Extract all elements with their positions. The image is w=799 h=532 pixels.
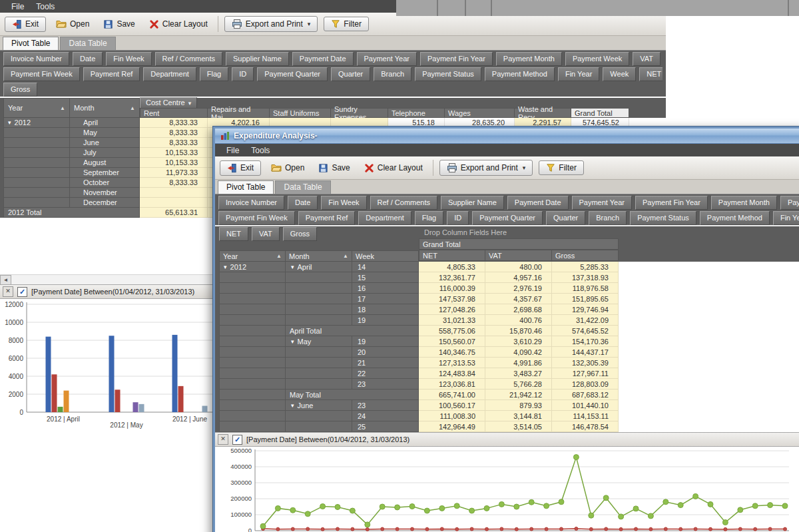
year-cell[interactable] [219, 390, 286, 400]
month-cell[interactable] [286, 411, 352, 421]
field-button-gross[interactable]: Gross [283, 227, 317, 241]
field-button-cost-centre[interactable]: Cost Centre ▾ [140, 97, 197, 109]
menu-tools[interactable]: Tools [245, 145, 276, 156]
field-button-department[interactable]: Department [143, 67, 196, 81]
year-cell[interactable] [219, 294, 286, 304]
menu-file[interactable]: File [5, 1, 30, 12]
field-button-payment-status[interactable]: Payment Status [630, 211, 696, 225]
field-button-date[interactable]: Date [73, 52, 103, 66]
export-print-button[interactable]: Export and Print ▾ [439, 160, 533, 176]
filter-close-button[interactable]: ✕ [3, 286, 13, 297]
month-cell[interactable] [286, 368, 352, 379]
year-cell[interactable] [3, 188, 70, 198]
year-cell[interactable] [219, 400, 286, 411]
month-cell[interactable] [286, 379, 352, 390]
field-button-quarter[interactable]: Quarter [331, 67, 370, 81]
week-cell[interactable]: 18 [352, 304, 419, 315]
title-bar[interactable]: Expenditure Analysis- [215, 129, 799, 144]
total-label-cell[interactable]: April Total [286, 326, 419, 336]
field-button-vat[interactable]: VAT [633, 52, 661, 66]
menu-tools[interactable]: Tools [30, 1, 61, 12]
save-button[interactable]: Save [314, 161, 354, 175]
tab-pivot-table[interactable]: Pivot Table [3, 37, 59, 50]
field-button-payment-fin-week[interactable]: Payment Fin Week [3, 67, 80, 81]
year-cell[interactable]: ▾2012 [219, 262, 286, 272]
export-print-button[interactable]: Export and Print ▾ [224, 16, 318, 32]
year-cell[interactable] [3, 198, 70, 208]
row-header-month[interactable]: Month ▲ [286, 250, 352, 262]
field-button-id[interactable]: ID [232, 67, 254, 81]
tab-data-table[interactable]: Data Table [60, 37, 115, 50]
month-cell[interactable]: ▾May [286, 336, 352, 347]
field-button-payment-date[interactable]: Payment Date [292, 52, 354, 66]
week-cell[interactable]: 17 [352, 294, 419, 304]
field-button-branch[interactable]: Branch [589, 211, 627, 225]
field-button-payment-quarter[interactable]: Payment Quarter [257, 67, 328, 81]
year-cell[interactable] [219, 411, 286, 421]
field-button-payment-month[interactable]: Payment Month [496, 52, 562, 66]
month-cell[interactable] [286, 358, 352, 368]
column-header-net[interactable]: NET [419, 250, 485, 261]
year-cell[interactable]: ▾2012 [3, 118, 70, 128]
tab-data-table[interactable]: Data Table [275, 180, 330, 194]
field-button-payment-ref[interactable]: Payment Ref [83, 67, 140, 81]
column-header-staff-uniforms[interactable]: Staff Uniforms [270, 108, 331, 118]
filter-button[interactable]: Filter [324, 17, 369, 31]
open-button[interactable]: Open [52, 17, 93, 31]
column-header-rent[interactable]: Rent [140, 108, 208, 118]
week-cell[interactable]: 25 [352, 421, 419, 432]
field-button-ref-comments[interactable]: Ref / Comments [155, 52, 222, 66]
expand-toggle[interactable]: ▾ [224, 264, 227, 270]
field-button-vat[interactable]: VAT [252, 227, 280, 241]
filter-checkbox[interactable]: ✓ [232, 435, 242, 445]
week-cell[interactable]: 19 [352, 315, 419, 326]
field-button-payment-week[interactable]: Payment Week [565, 52, 629, 66]
field-button-payment-week[interactable]: Payment Week [780, 196, 799, 210]
week-cell[interactable]: 23 [352, 379, 419, 390]
field-button-payment-fin-year[interactable]: Payment Fin Year [420, 52, 493, 66]
week-cell[interactable]: 16 [352, 283, 419, 294]
field-button-ref-comments[interactable]: Ref / Comments [370, 196, 437, 210]
column-header-telephone[interactable]: Telephone [388, 108, 445, 118]
column-header-wages[interactable]: Wages [445, 108, 515, 118]
field-button-payment-fin-year[interactable]: Payment Fin Year [635, 196, 708, 210]
week-cell[interactable]: 21 [352, 358, 419, 368]
field-button-branch[interactable]: Branch [374, 67, 411, 81]
save-button[interactable]: Save [99, 17, 138, 31]
year-cell[interactable] [219, 421, 286, 432]
field-button-gross[interactable]: Gross [3, 83, 37, 97]
field-button-id[interactable]: ID [447, 211, 469, 225]
filter-close-button[interactable]: ✕ [218, 434, 228, 445]
year-cell[interactable] [3, 128, 70, 138]
row-header-year[interactable]: Year ▲ [219, 250, 286, 262]
total-label-cell[interactable]: 2012 Total [3, 208, 140, 218]
column-header-repairs-and-mai[interactable]: Repairs and Mai... [208, 108, 270, 118]
column-header-sundry-expenses[interactable]: Sundry Expenses [331, 108, 388, 118]
field-button-department[interactable]: Department [358, 211, 411, 225]
field-button-fin-week[interactable]: Fin Week [321, 196, 366, 210]
year-cell[interactable] [3, 168, 70, 178]
field-button-supplier-name[interactable]: Supplier Name [441, 196, 504, 210]
year-cell[interactable] [219, 379, 286, 390]
field-button-payment-year[interactable]: Payment Year [357, 52, 417, 66]
grand-total-group-header[interactable]: Grand Total [419, 238, 619, 250]
year-cell[interactable] [3, 138, 70, 148]
field-button-payment-method[interactable]: Payment Method [485, 67, 555, 81]
filter-button[interactable]: Filter [539, 160, 584, 175]
year-cell[interactable] [219, 283, 286, 294]
month-cell[interactable] [286, 304, 352, 315]
field-button-payment-method[interactable]: Payment Method [700, 211, 770, 225]
week-cell[interactable]: 15 [352, 272, 419, 283]
month-cell[interactable] [286, 272, 352, 283]
clear-layout-button[interactable]: Clear Layout [145, 17, 212, 31]
month-cell[interactable]: June [70, 138, 140, 148]
exit-button[interactable]: Exit [5, 17, 46, 32]
month-cell[interactable]: July [70, 148, 140, 158]
field-button-date[interactable]: Date [288, 196, 318, 210]
field-button-fin-year[interactable]: Fin Year [558, 67, 599, 81]
year-cell[interactable] [219, 326, 286, 336]
expand-toggle[interactable]: ▾ [8, 119, 11, 126]
month-cell[interactable]: ▾April [286, 262, 352, 272]
year-cell[interactable] [3, 178, 70, 188]
field-button-net[interactable]: NET [219, 227, 248, 241]
